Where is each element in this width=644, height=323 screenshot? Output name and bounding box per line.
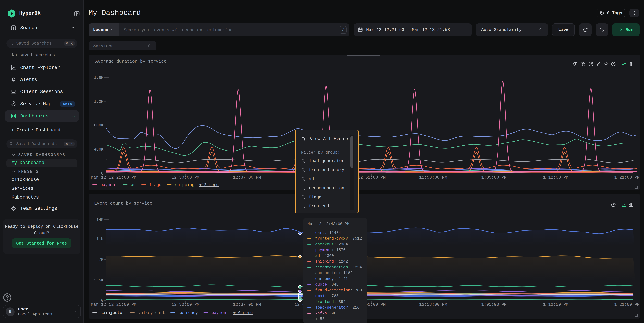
svg-text:1:05:00 PM: 1:05:00 PM — [481, 175, 507, 180]
svg-text:1:21:00 PM: 1:21:00 PM — [614, 175, 640, 180]
svg-text:1:12:00 PM: 1:12:00 PM — [543, 175, 568, 180]
svg-text:12:30:00 PM: 12:30:00 PM — [172, 175, 199, 180]
svg-text:400K: 400K — [94, 147, 104, 152]
svg-text:1.2M: 1.2M — [94, 100, 104, 104]
svg-text:12:37:00 PM: 12:37:00 PM — [233, 302, 261, 307]
svg-text:1:05:00 PM: 1:05:00 PM — [481, 302, 507, 307]
svg-text:12:37:00 PM: 12:37:00 PM — [233, 175, 261, 180]
svg-text:12:58:00 PM: 12:58:00 PM — [419, 302, 447, 307]
svg-text:Mar 12 12:21:00 PM: Mar 12 12:21:00 PM — [91, 302, 136, 307]
svg-text:11K: 11K — [96, 237, 104, 241]
svg-text:14K: 14K — [96, 218, 104, 222]
svg-text:12:30:00 PM: 12:30:00 PM — [172, 302, 199, 307]
svg-text:12:58:00 PM: 12:58:00 PM — [419, 175, 447, 180]
svg-text:1.6M: 1.6M — [94, 76, 104, 80]
svg-text:1:21:00 PM: 1:21:00 PM — [614, 302, 640, 307]
svg-text:1:12:00 PM: 1:12:00 PM — [543, 302, 568, 307]
svg-text:Mar 12 12:21:00 PM: Mar 12 12:21:00 PM — [91, 175, 136, 180]
svg-text:12:51:00 PM: 12:51:00 PM — [358, 175, 386, 180]
svg-text:800K: 800K — [94, 123, 104, 128]
svg-text:3.5K: 3.5K — [94, 278, 104, 282]
svg-text:7K: 7K — [99, 257, 104, 262]
